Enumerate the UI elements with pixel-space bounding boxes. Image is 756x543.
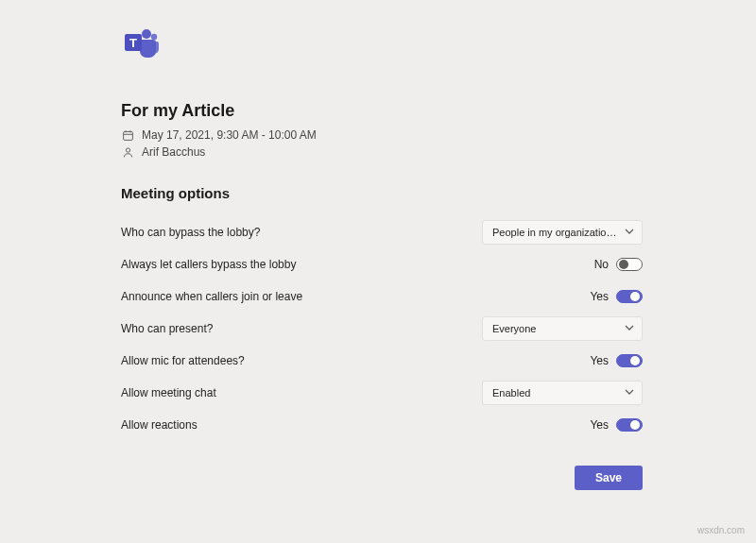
allow-reactions-state: Yes bbox=[590, 418, 609, 432]
person-icon bbox=[121, 145, 134, 159]
who-can-present-value: Everyone bbox=[492, 323, 619, 334]
bypass-lobby-value: People in my organization and gu... bbox=[492, 227, 619, 238]
allow-chat-select[interactable]: Enabled bbox=[482, 381, 643, 405]
watermark: wsxdn.com bbox=[697, 525, 745, 535]
allow-chat-value: Enabled bbox=[492, 387, 619, 399]
option-callers-bypass: Always let callers bypass the lobby No bbox=[121, 250, 643, 279]
svg-point-1 bbox=[151, 34, 157, 40]
meeting-title: For my Article bbox=[121, 101, 643, 121]
option-allow-mic: Allow mic for attendees? Yes bbox=[121, 347, 643, 375]
who-can-present-label: Who can present? bbox=[121, 322, 213, 335]
meeting-options-page: T For my Article May 17, 2021, 9:30 AM -… bbox=[0, 0, 756, 509]
bypass-lobby-label: Who can bypass the lobby? bbox=[121, 226, 260, 239]
meeting-datetime: May 17, 2021, 9:30 AM - 10:00 AM bbox=[142, 128, 317, 142]
bypass-lobby-select[interactable]: People in my organization and gu... bbox=[482, 220, 643, 245]
option-announce-callers: Announce when callers join or leave Yes bbox=[121, 282, 643, 311]
svg-rect-4 bbox=[123, 131, 132, 140]
announce-callers-label: Announce when callers join or leave bbox=[121, 290, 302, 303]
chevron-down-icon bbox=[625, 323, 634, 334]
section-title: Meeting options bbox=[121, 185, 643, 201]
allow-mic-state: Yes bbox=[590, 354, 609, 367]
callers-bypass-label: Always let callers bypass the lobby bbox=[121, 258, 296, 271]
svg-text:T: T bbox=[129, 36, 137, 50]
allow-chat-label: Allow meeting chat bbox=[121, 386, 216, 399]
option-bypass-lobby: Who can bypass the lobby? People in my o… bbox=[121, 218, 643, 246]
calendar-icon bbox=[121, 128, 134, 142]
allow-mic-toggle[interactable] bbox=[616, 354, 643, 367]
svg-point-8 bbox=[126, 147, 129, 151]
chevron-down-icon bbox=[625, 227, 634, 238]
option-allow-chat: Allow meeting chat Enabled bbox=[121, 379, 643, 407]
meeting-organizer-row: Arif Bacchus bbox=[121, 145, 643, 159]
footer: Save bbox=[121, 466, 643, 490]
who-can-present-select[interactable]: Everyone bbox=[482, 316, 643, 341]
chevron-down-icon bbox=[625, 387, 634, 399]
svg-point-0 bbox=[142, 29, 151, 39]
teams-logo: T bbox=[121, 26, 643, 63]
allow-reactions-toggle[interactable] bbox=[616, 418, 643, 432]
option-who-can-present: Who can present? Everyone bbox=[121, 314, 643, 343]
option-allow-reactions: Allow reactions Yes bbox=[121, 411, 643, 439]
announce-callers-toggle[interactable] bbox=[616, 290, 643, 303]
meeting-datetime-row: May 17, 2021, 9:30 AM - 10:00 AM bbox=[121, 128, 643, 142]
save-button[interactable]: Save bbox=[575, 466, 643, 490]
announce-callers-state: Yes bbox=[590, 290, 609, 303]
allow-reactions-label: Allow reactions bbox=[121, 418, 198, 432]
callers-bypass-state: No bbox=[594, 258, 609, 271]
meeting-organizer: Arif Bacchus bbox=[142, 145, 205, 159]
allow-mic-label: Allow mic for attendees? bbox=[121, 354, 245, 367]
callers-bypass-toggle[interactable] bbox=[616, 258, 643, 271]
